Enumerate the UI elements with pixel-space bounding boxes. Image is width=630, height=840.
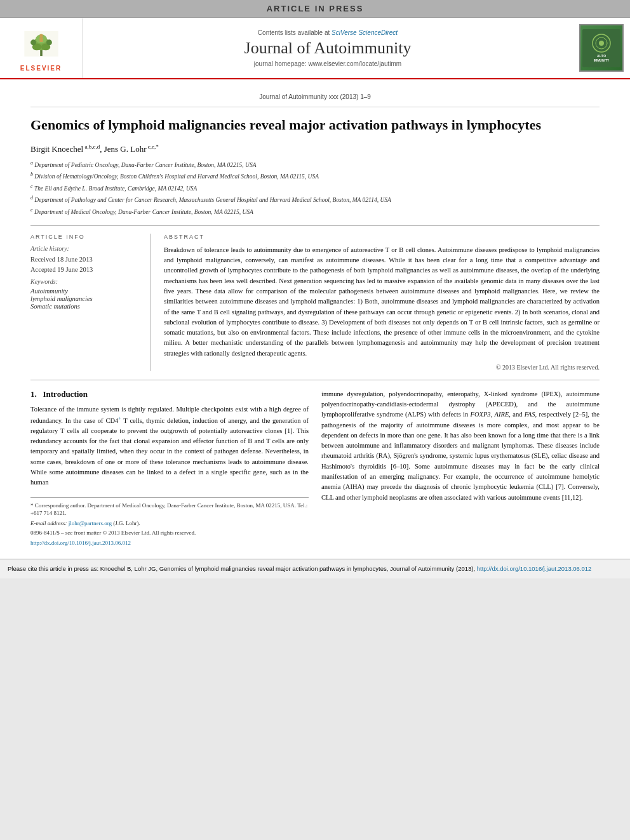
main-content: Journal of Autoimmunity xxx (2013) 1–9 G… [0,79,630,559]
svg-rect-9 [39,37,43,41]
autoimmunity-badge-svg: AUTO IMMUNITY [582,29,620,67]
keywords-list: Autoimmunity lymphoid malignancies Somat… [30,288,142,310]
accepted-date: Accepted 19 June 2013 [30,265,142,275]
journal-title-display: Journal of Autoimmunity [83,39,573,58]
svg-point-7 [46,39,52,45]
svg-point-13 [599,41,604,46]
section-divider [30,380,600,380]
intro-title: Introduction [43,389,88,399]
elsevier-logo-image [10,25,73,63]
journal-logo-right: AUTO IMMUNITY [573,18,630,78]
abstract-label: ABSTRACT [164,234,600,240]
svg-text:IMMUNITY: IMMUNITY [594,58,610,62]
footnote-doi: http://dx.doi.org/10.1016/j.jaut.2013.06… [30,539,309,547]
elsevier-tree-svg [22,31,60,57]
affil-d: d Department of Pathology and Center for… [30,194,600,204]
author-2-name: Jens G. Lohr [104,144,147,154]
article-title: Genomics of lymphoid malignancies reveal… [30,116,600,135]
elsevier-logo: ELSEVIER [0,18,83,78]
intro-heading: 1. Introduction [30,389,309,399]
body-two-col: 1. Introduction Tolerance of the immune … [30,389,600,549]
svg-point-6 [30,39,36,45]
intro-number: 1. [30,389,37,399]
info-abstract-section: ARTICLE INFO Article history: Received 1… [30,225,600,371]
abstract-col: ABSTRACT Breakdown of tolerance leads to… [164,234,600,371]
article-info-label: ARTICLE INFO [30,234,142,240]
autoimmunity-badge: AUTO IMMUNITY [579,24,624,72]
author-1-name: Birgit Knoechel [30,144,83,154]
abstract-text: Breakdown of tolerance leads to autoimmu… [164,245,600,359]
affiliations: a Department of Pediatric Oncology, Dana… [30,159,600,217]
article-in-press-banner: ARTICLE IN PRESS [0,0,630,18]
affil-e: e Department of Medical Oncology, Dana-F… [30,206,600,217]
received-date: Received 18 June 2013 [30,255,142,265]
article-info-col: ARTICLE INFO Article history: Received 1… [30,234,151,371]
doi-link[interactable]: http://dx.doi.org/10.1016/j.jaut.2013.06… [30,540,131,546]
sciverse-prefix: Contents lists available at [258,29,330,36]
keyword-2: lymphoid malignancies [30,295,142,302]
citation-bar: Please cite this article in press as: Kn… [0,559,630,578]
body-left-col: 1. Introduction Tolerance of the immune … [30,389,309,549]
svg-text:AUTO: AUTO [597,54,606,58]
footnote-area: * Corresponding author. Department of Me… [30,497,309,547]
body-right-col: immune dysregulation, polyendocrinopathy… [321,389,600,549]
sciverse-link[interactable]: SciVerse ScienceDirect [332,29,398,36]
affil-a: a Department of Pediatric Oncology, Dana… [30,159,600,170]
email-link[interactable]: jlohr@partners.org [69,520,112,526]
sciverse-line: Contents lists available at SciVerse Sci… [83,29,573,36]
article-history-label: Article history: [30,245,142,252]
author-1-sup: a,b,c,d [83,143,100,150]
svg-point-8 [39,34,43,37]
footnote-email: E-mail address: jlohr@partners.org (J.G.… [30,519,309,528]
intro-left-text: Tolerance of the immune system is tightl… [30,404,309,488]
page-wrapper: ARTICLE IN PRESS [0,0,630,578]
footnote-issn: 0896-8411/$ – see front matter © 2013 El… [30,529,309,537]
footnote-corresponding: * Corresponding author. Department of Me… [30,502,309,517]
intro-right-text: immune dysregulation, polyendocrinopathy… [321,389,600,503]
keyword-3: Somatic mutations [30,303,142,310]
elsevier-brand-text: ELSEVIER [20,65,62,72]
journal-homepage: journal homepage: www.elsevier.com/locat… [83,60,573,67]
copyright-line: © 2013 Elsevier Ltd. All rights reserved… [164,364,600,371]
banner-text: ARTICLE IN PRESS [267,4,364,13]
keyword-1: Autoimmunity [30,288,142,295]
affil-b: b Division of Hematology/Oncology, Bosto… [30,171,600,181]
authors-line: Birgit Knoechel a,b,c,d, Jens G. Lohr c,… [30,143,600,154]
journal-header: ELSEVIER Contents lists available at Sci… [0,18,630,79]
homepage-text: journal homepage: www.elsevier.com/locat… [254,60,401,67]
affil-c: c The Eli and Edythe L. Broad Institute,… [30,183,600,193]
keywords-label: Keywords: [30,278,142,285]
citation-doi-link[interactable]: http://dx.doi.org/10.1016/j.jaut.2013.06… [477,565,592,572]
citation-text: Please cite this article in press as: Kn… [8,565,477,572]
journal-info-line: Journal of Autoimmunity xxx (2013) 1–9 [30,90,600,107]
author-2-sup: c,e,* [146,143,158,150]
journal-center: Contents lists available at SciVerse Sci… [83,24,573,72]
